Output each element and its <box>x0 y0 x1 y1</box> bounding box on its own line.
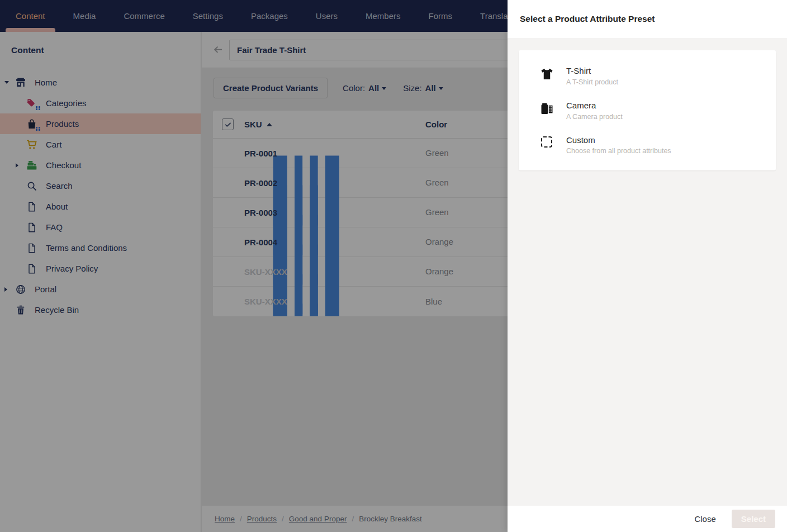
select-button[interactable]: Select <box>732 510 775 528</box>
tshirt-icon-glyph <box>540 67 554 81</box>
modal-dim-overlay[interactable] <box>0 0 508 532</box>
preset-name: Custom <box>566 135 671 146</box>
custom-icon <box>538 135 555 148</box>
film-icon <box>538 101 555 116</box>
tshirt-icon <box>538 66 555 81</box>
preset-text: CustomChoose from all product attributes <box>566 135 671 155</box>
custom-dashed-icon <box>541 136 552 148</box>
preset-option-custom[interactable]: CustomChoose from all product attributes <box>519 128 776 163</box>
preset-card: T-ShirtA T-Shirt productCameraA Camera p… <box>519 50 776 170</box>
preset-description: A Camera product <box>566 113 623 121</box>
panel-header: Select a Product Attribute Preset <box>508 0 787 38</box>
film-icon-glyph <box>540 102 554 116</box>
preset-description: A T-Shirt product <box>566 78 618 86</box>
close-button[interactable]: Close <box>694 514 715 524</box>
preset-name: Camera <box>566 101 623 111</box>
panel-footer: Close Select <box>508 506 787 532</box>
attribute-preset-panel: Select a Product Attribute Preset T-Shir… <box>508 0 787 532</box>
preset-text: T-ShirtA T-Shirt product <box>566 66 618 86</box>
preset-option-camera[interactable]: CameraA Camera product <box>519 93 776 128</box>
preset-text: CameraA Camera product <box>566 101 623 121</box>
panel-title: Select a Product Attribute Preset <box>520 14 655 24</box>
preset-name: T-Shirt <box>566 66 618 77</box>
preset-description: Choose from all product attributes <box>566 147 671 155</box>
preset-option-t-shirt[interactable]: T-ShirtA T-Shirt product <box>519 59 776 93</box>
